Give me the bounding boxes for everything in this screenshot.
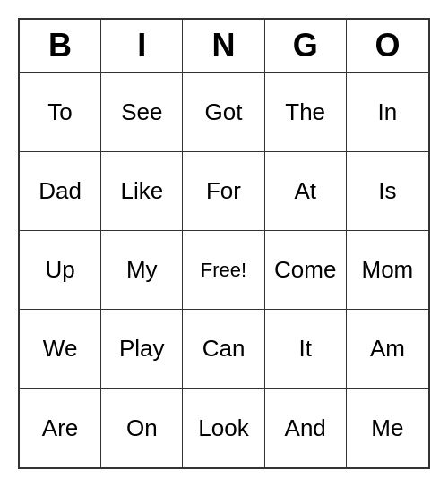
header-letter: B <box>20 20 101 72</box>
cell-r3-c1[interactable]: Play <box>101 310 183 389</box>
cell-r3-c3[interactable]: It <box>265 310 347 389</box>
cell-r1-c3[interactable]: At <box>265 152 347 231</box>
bingo-card: BINGO ToSeeGotTheInDadLikeForAtIsUpMyFre… <box>18 18 430 469</box>
header-letter: N <box>183 20 264 72</box>
cell-r2-c1[interactable]: My <box>101 231 183 310</box>
cell-r2-c3[interactable]: Come <box>265 231 347 310</box>
cell-r0-c0[interactable]: To <box>20 73 101 152</box>
cell-r2-c0[interactable]: Up <box>20 231 101 310</box>
cell-r0-c3[interactable]: The <box>265 73 347 152</box>
cell-r3-c2[interactable]: Can <box>183 310 264 389</box>
header-letter: I <box>101 20 183 72</box>
cell-r4-c1[interactable]: On <box>101 389 183 467</box>
cell-r0-c1[interactable]: See <box>101 73 183 152</box>
bingo-grid: ToSeeGotTheInDadLikeForAtIsUpMyFree!Come… <box>20 73 428 467</box>
cell-r4-c4[interactable]: Me <box>347 389 428 467</box>
cell-r4-c2[interactable]: Look <box>183 389 264 467</box>
cell-r1-c2[interactable]: For <box>183 152 264 231</box>
cell-r2-c2[interactable]: Free! <box>183 231 264 310</box>
cell-r0-c4[interactable]: In <box>347 73 428 152</box>
cell-r1-c1[interactable]: Like <box>101 152 183 231</box>
bingo-header: BINGO <box>20 20 428 73</box>
cell-r3-c4[interactable]: Am <box>347 310 428 389</box>
cell-r1-c0[interactable]: Dad <box>20 152 101 231</box>
cell-r0-c2[interactable]: Got <box>183 73 264 152</box>
cell-r4-c3[interactable]: And <box>265 389 347 467</box>
header-letter: G <box>265 20 347 72</box>
cell-r4-c0[interactable]: Are <box>20 389 101 467</box>
cell-r1-c4[interactable]: Is <box>347 152 428 231</box>
cell-r2-c4[interactable]: Mom <box>347 231 428 310</box>
header-letter: O <box>347 20 428 72</box>
cell-r3-c0[interactable]: We <box>20 310 101 389</box>
